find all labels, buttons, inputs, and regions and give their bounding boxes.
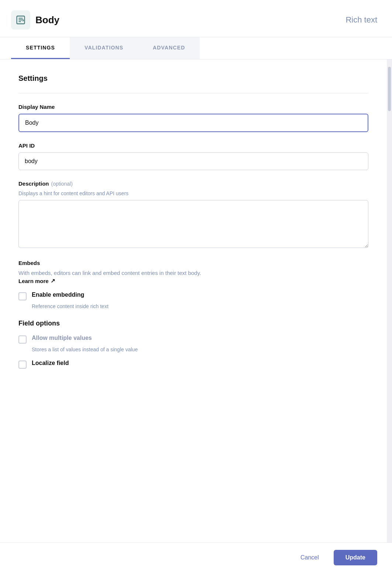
field-type-label: Rich text — [345, 15, 377, 25]
allow-multiple-checkbox[interactable] — [18, 335, 27, 344]
learn-more-link[interactable]: Learn more ↗︎ — [18, 278, 55, 284]
tab-validations[interactable]: VALIDATIONS — [70, 37, 138, 59]
display-name-label: Display Name — [18, 104, 368, 110]
scrollbar-thumb[interactable] — [388, 67, 391, 111]
page-title: Body — [35, 14, 59, 26]
localize-field-label: Localize field — [32, 360, 69, 366]
embeds-section: Embeds With embeds, editors can link and… — [18, 260, 368, 309]
tab-settings[interactable]: SETTINGS — [11, 37, 70, 59]
divider-top — [18, 93, 368, 93]
field-options-section: Field options Allow multiple values Stor… — [18, 320, 368, 369]
localize-field-checkbox[interactable] — [18, 361, 27, 369]
api-id-label: API ID — [18, 142, 368, 149]
scrollbar[interactable] — [387, 59, 392, 561]
localize-field-row: Localize field — [18, 360, 368, 369]
external-link-icon: ↗︎ — [51, 278, 55, 284]
update-button[interactable]: Update — [334, 550, 377, 565]
field-options-title: Field options — [18, 320, 368, 327]
tab-advanced[interactable]: ADVANCED — [138, 37, 200, 59]
enable-embedding-label: Enable embedding — [32, 292, 84, 298]
enable-embedding-sublabel: Reference content inside rich text — [32, 303, 368, 309]
tabs-bar: SETTINGS VALIDATIONS ADVANCED — [0, 37, 392, 59]
embeds-title: Embeds — [18, 260, 368, 266]
allow-multiple-label: Allow multiple values — [32, 335, 92, 341]
main-content: Settings Display Name API ID Description… — [0, 59, 387, 561]
edit-icon — [16, 15, 26, 25]
settings-section-title: Settings — [18, 74, 368, 83]
display-name-input[interactable] — [18, 114, 368, 132]
description-textarea[interactable] — [18, 200, 368, 248]
allow-multiple-sublabel: Stores a list of values instead of a sin… — [32, 347, 368, 352]
allow-multiple-row: Allow multiple values — [18, 335, 368, 344]
description-hint: Displays a hint for content editors and … — [18, 190, 368, 196]
modal-header: Body Rich text — [0, 0, 392, 37]
api-id-input[interactable] — [18, 152, 368, 170]
enable-embedding-checkbox[interactable] — [18, 292, 27, 300]
content-wrapper: Settings Display Name API ID Description… — [0, 59, 392, 561]
description-label: Description(optional) — [18, 180, 368, 187]
field-type-icon-box — [11, 10, 30, 30]
cancel-button[interactable]: Cancel — [293, 551, 326, 565]
embeds-description: With embeds, editors can link and embed … — [18, 270, 368, 276]
enable-embedding-row: Enable embedding — [18, 292, 368, 300]
header-left: Body — [11, 10, 59, 30]
modal-footer: Cancel Update — [0, 542, 392, 572]
